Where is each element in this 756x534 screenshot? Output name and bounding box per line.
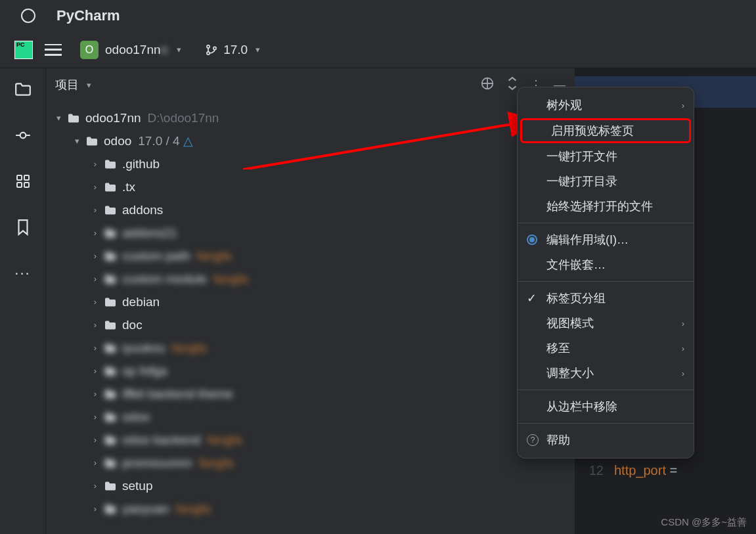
tree-item-label: odoo xyxy=(122,410,150,424)
tree-item[interactable]: ›doc xyxy=(46,313,575,336)
chevron-right-icon: › xyxy=(89,320,101,330)
tree-item[interactable]: ›op fofga xyxy=(46,359,575,382)
tree-item-label: doc xyxy=(122,318,143,332)
chevron-down-icon: ▾ xyxy=(177,45,181,55)
chevron-right-icon: › xyxy=(89,458,101,468)
tree-item-label: debian xyxy=(122,295,160,309)
tree-item[interactable]: ›iyuukoufangfa xyxy=(46,336,575,359)
tree-item-label: iyuukou xyxy=(122,341,166,355)
project-badge[interactable]: O xyxy=(80,41,99,59)
tree-item-label: .tx xyxy=(122,180,135,194)
editor-line: 12http_port = xyxy=(575,455,756,486)
tree-item[interactable]: ›.github xyxy=(46,152,575,175)
svg-rect-6 xyxy=(17,183,22,187)
folder-icon xyxy=(104,251,117,261)
chevron-right-icon: › xyxy=(89,435,101,445)
tree-item-label: yaoyuan xyxy=(122,502,169,516)
tree-item[interactable]: ›custom pathfangfa xyxy=(46,244,575,267)
menu-separator xyxy=(518,389,694,390)
menu-view-mode[interactable]: 视图模式› xyxy=(518,311,694,336)
branch-icon xyxy=(205,43,218,56)
more-tools-icon[interactable]: ··· xyxy=(14,264,32,282)
chevron-down-icon: ▾ xyxy=(87,80,91,90)
folder-icon xyxy=(104,366,117,376)
tree-item-tag: fangfa xyxy=(207,433,242,447)
chevron-right-icon: › xyxy=(682,368,684,378)
tree-item[interactable]: ›promouunnnfangfa xyxy=(46,451,575,474)
tree-item-tag: fangfa xyxy=(176,502,211,516)
tree-item[interactable]: ›odoo xyxy=(46,405,575,428)
chevron-down-icon: ▾ xyxy=(53,113,64,123)
menu-move-to[interactable]: 移至› xyxy=(518,336,694,361)
tree-item-tag: fangfa xyxy=(172,341,207,355)
tree-item[interactable]: ›addons xyxy=(46,198,575,221)
context-menu: 树外观› 启用预览标签页 一键打开文件 一键打开目录 始终选择打开的文件 编辑作… xyxy=(517,87,694,458)
menu-edit-scope[interactable]: 编辑作用域(I)… xyxy=(518,227,694,252)
check-icon: ✓ xyxy=(527,291,537,305)
tree-root[interactable]: ▾ odoo17nn D:\odoo17nn xyxy=(46,106,575,129)
panel-title[interactable]: 项目 ▾ xyxy=(55,77,91,93)
project-tool-icon[interactable] xyxy=(14,80,32,99)
tree-item-tag: fangfa xyxy=(213,272,248,286)
tree-item[interactable]: ›custom modulefangfa xyxy=(46,267,575,290)
svg-point-0 xyxy=(207,45,210,47)
menu-one-click-file[interactable]: 一键打开文件 xyxy=(518,144,694,169)
commit-tool-icon[interactable] xyxy=(14,126,32,145)
folder-icon xyxy=(104,182,117,192)
menu-tab-grouping[interactable]: ✓标签页分组 xyxy=(518,286,694,311)
tree-item[interactable]: ›odoo backendfangfa xyxy=(46,428,575,451)
tree-item-label: .github xyxy=(122,157,160,171)
menu-separator xyxy=(518,423,694,424)
folder-icon xyxy=(104,389,117,399)
project-tree[interactable]: ▾ odoo17nn D:\odoo17nn ▾ odoo 17.0 / 4 △… xyxy=(46,101,575,525)
bookmarks-tool-icon[interactable] xyxy=(14,218,32,236)
menu-remove-sidebar[interactable]: 从边栏中移除 xyxy=(518,394,694,419)
tree-item-label: setup xyxy=(122,479,152,493)
tree-item-tag: fangfa xyxy=(199,456,234,470)
menu-separator xyxy=(518,281,694,282)
tree-item-label: addons xyxy=(122,203,163,217)
menu-help[interactable]: ?帮助 xyxy=(518,428,694,453)
structure-tool-icon[interactable] xyxy=(14,172,32,190)
tree-item-label: odoo backend xyxy=(122,433,200,447)
tree-odoo[interactable]: ▾ odoo 17.0 / 4 △ xyxy=(46,129,575,152)
chevron-right-icon: › xyxy=(89,343,101,353)
folder-icon xyxy=(104,297,117,307)
chevron-right-icon: › xyxy=(682,344,684,353)
svg-rect-7 xyxy=(24,183,29,187)
project-selector[interactable]: odoo17nnn xyxy=(105,43,167,57)
tree-item[interactable]: ›setup xyxy=(46,474,575,497)
app-icon xyxy=(21,9,35,23)
menu-file-nesting[interactable]: 文件嵌套… xyxy=(518,252,694,277)
folder-icon xyxy=(104,205,117,215)
tree-item[interactable]: ›addons21 xyxy=(46,221,575,244)
menu-enable-preview-tab[interactable]: 启用预览标签页 xyxy=(520,118,691,143)
chevron-down-icon: ▾ xyxy=(71,136,83,146)
menu-tree-appearance[interactable]: 树外观› xyxy=(518,93,694,118)
folder-icon xyxy=(104,481,117,491)
chevron-right-icon: › xyxy=(89,412,101,422)
folder-icon xyxy=(104,343,117,353)
tree-item-label: op fofga xyxy=(122,364,167,378)
menu-always-select-opened[interactable]: 始终选择打开的文件 xyxy=(518,194,694,219)
menu-separator xyxy=(518,223,694,223)
menu-one-click-dir[interactable]: 一键打开目录 xyxy=(518,169,694,194)
svg-point-1 xyxy=(207,51,210,54)
tree-item[interactable]: ›iffkit backend theme xyxy=(46,382,575,405)
folder-icon xyxy=(104,412,117,422)
expand-collapse-icon[interactable] xyxy=(506,76,518,94)
svg-point-2 xyxy=(213,47,216,49)
menu-resize[interactable]: 调整大小› xyxy=(518,361,694,386)
main-menu-button[interactable] xyxy=(45,44,62,56)
vcs-branch-widget[interactable]: 17.0 ▾ xyxy=(205,43,260,57)
app-title: PyCharm xyxy=(56,7,120,24)
chevron-right-icon: › xyxy=(89,228,101,238)
tree-item-label: custom module xyxy=(122,272,207,286)
tree-item[interactable]: ›.tx xyxy=(46,175,575,198)
tree-item-label: custom path xyxy=(122,249,190,263)
tree-item[interactable]: ›debian xyxy=(46,290,575,313)
select-opened-file-icon[interactable] xyxy=(480,76,495,94)
svg-point-3 xyxy=(20,133,26,139)
tree-item[interactable]: ›yaoyuanfangfa xyxy=(46,497,575,520)
pycharm-logo-icon xyxy=(14,41,33,59)
